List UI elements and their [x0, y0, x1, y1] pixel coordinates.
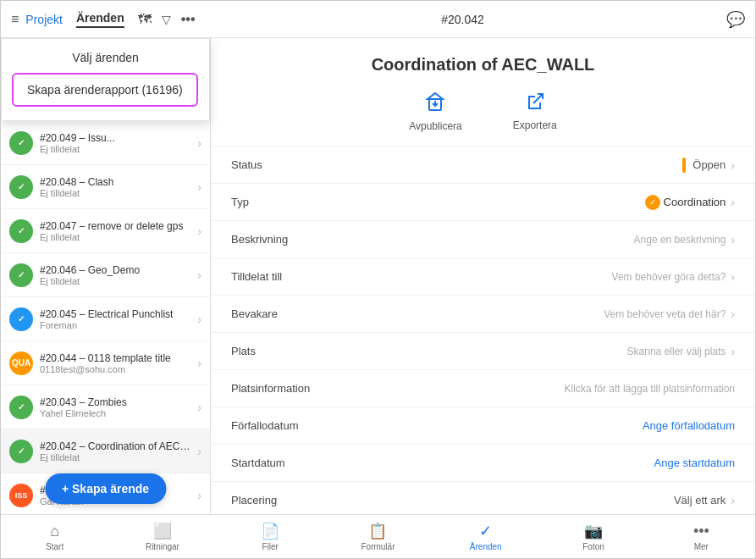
field-label: Placering — [231, 494, 350, 506]
chevron-right-icon: › — [731, 345, 735, 358]
issue-item[interactable]: ✓ #20.047 – remove or delete gps Ej till… — [1, 209, 210, 253]
issue-item[interactable]: ✓ #20.046 – Geo_Demo Ej tilldelat › — [1, 253, 210, 297]
nav-icon: ⬜ — [153, 522, 172, 540]
issue-item[interactable]: ✓ #20.042 – Coordination of AEC_W... Ej … — [1, 429, 210, 473]
export-action[interactable]: Exportera — [513, 91, 557, 132]
fields-container: Status Öppen › Typ ✓ Coordination › Besk… — [211, 147, 755, 514]
nav-item-n6[interactable]: 📷 Foton — [539, 518, 647, 555]
issue-info: #20.043 – Zombies Yahel Elimelech — [40, 396, 194, 418]
nav-label: Ritningar — [146, 542, 179, 551]
issue-title: #20.045 – Electrical Punchlist — [40, 308, 194, 320]
export-label: Exportera — [513, 119, 557, 131]
issue-number: #20.042 — [441, 13, 484, 26]
dropdown-menu: Välj ärenden Skapa ärenderapport (16196) — [1, 38, 210, 121]
issue-item[interactable]: QUA #20.044 – 0118 template title 0118te… — [1, 341, 210, 385]
field-value-container: Ange förfallodatum — [350, 419, 735, 432]
issues-tab[interactable]: Ärenden — [76, 11, 124, 28]
issue-sub: Ej tilldelat — [40, 232, 194, 242]
create-report-button[interactable]: Skapa ärenderapport (16196) — [12, 73, 198, 107]
nav-item-n3[interactable]: 📄 Filer — [217, 518, 324, 555]
field-row-f4[interactable]: Tilldelat till Vem behöver göra detta? › — [211, 258, 755, 296]
field-row-f8[interactable]: Förfallodatum Ange förfallodatum — [211, 407, 755, 445]
more-icon[interactable]: ••• — [181, 12, 196, 27]
chevron-right-icon: › — [197, 224, 201, 238]
nav-item-n2[interactable]: ⬜ Ritningar — [108, 518, 216, 555]
issue-sub: 0118test@sohu.com — [40, 364, 194, 374]
issue-title: #20.046 – Geo_Demo — [40, 264, 194, 276]
issue-sub: Ej tilldelat — [40, 276, 194, 286]
field-row-f9[interactable]: Startdatum Ange startdatum — [211, 445, 755, 482]
issue-list: ✓ #20.049 – Issu... Ej tilldelat › ✓ #20… — [1, 118, 210, 514]
type-check-icon: ✓ — [645, 195, 660, 210]
issue-title: #20.044 – 0118 template title — [40, 352, 194, 364]
field-row-f5[interactable]: Bevakare Vem behöver veta det här? › — [211, 296, 755, 333]
field-label: Startdatum — [231, 457, 350, 469]
field-value-container: Klicka för att lägga till platsinformati… — [350, 383, 735, 395]
right-header: Coordination of AEC_WALL — [211, 38, 755, 85]
chat-icon[interactable]: 💬 — [726, 10, 745, 29]
create-issue-fab[interactable]: + Skapa ärende — [45, 473, 166, 504]
nav-icon: 📋 — [368, 522, 387, 540]
chevron-right-icon: › — [731, 494, 735, 507]
map-icon[interactable]: 🗺 — [138, 12, 152, 27]
field-label: Platsinformation — [231, 382, 350, 395]
field-value: Ange förfallodatum — [643, 419, 735, 432]
field-label: Typ — [231, 196, 350, 208]
field-placeholder: Vem behöver veta det här? — [604, 308, 726, 320]
issue-title: #20.043 – Zombies — [40, 396, 194, 408]
field-label: Tilldelat till — [231, 270, 350, 283]
issue-badge: ✓ — [9, 396, 33, 419]
field-row-f6[interactable]: Plats Skanna eller välj plats › — [211, 333, 755, 370]
chevron-right-icon: › — [731, 307, 735, 321]
field-value-container: Välj ett ark › — [350, 494, 735, 507]
issue-title: #20.048 – Clash — [40, 176, 194, 188]
chevron-right-icon: › — [731, 196, 735, 209]
issue-sub: Ej tilldelat — [40, 452, 194, 462]
issue-item[interactable]: ✓ #20.048 – Clash Ej tilldelat › — [1, 165, 210, 209]
nav-label: Ärenden — [470, 542, 502, 551]
nav-item-n5[interactable]: ✓ Ärenden — [432, 518, 539, 555]
field-value-container: Vem behöver göra detta? › — [350, 270, 735, 284]
chevron-right-icon: › — [197, 313, 201, 326]
field-row-f10[interactable]: Placering Välj ett ark › — [211, 482, 755, 514]
nav-item-n1[interactable]: ⌂ Start — [1, 519, 108, 555]
filter-icon[interactable]: ▽ — [162, 13, 171, 26]
nav-label: Formulär — [361, 542, 395, 551]
field-value-container: Ange en beskrivning › — [350, 233, 735, 246]
issue-info: #20.042 – Coordination of AEC_W... Ej ti… — [40, 440, 194, 462]
field-placeholder: Vem behöver göra detta? — [612, 271, 726, 283]
action-bar: Avpublicera Exportera — [211, 85, 755, 147]
issue-item[interactable]: ✓ #20.049 – Issu... Ej tilldelat › — [1, 121, 210, 165]
field-value-container: Öppen › — [350, 158, 735, 173]
field-row-f7[interactable]: Platsinformation Klicka för att lägga ti… — [211, 370, 755, 407]
main-content: Välj ärenden Skapa ärenderapport (16196)… — [1, 38, 755, 514]
hamburger-icon[interactable]: ≡ — [11, 12, 19, 27]
field-label: Beskrivning — [231, 233, 350, 246]
issue-item[interactable]: ✓ #20.045 – Electrical Punchlist Foreman… — [1, 297, 210, 341]
chevron-right-icon: › — [731, 233, 735, 246]
top-bar-center: #20.042 — [214, 13, 711, 26]
field-value: Välj ett ark — [674, 494, 726, 506]
nav-icon: ••• — [693, 523, 709, 540]
field-label: Bevakare — [231, 307, 350, 320]
unpublish-action[interactable]: Avpublicera — [409, 91, 461, 132]
field-placeholder: Ange en beskrivning — [634, 234, 726, 246]
app-container: ≡ Projekt Ärenden 🗺 ▽ ••• #20.042 💬 Välj… — [0, 0, 756, 559]
project-label[interactable]: Projekt — [25, 13, 63, 26]
nav-item-n4[interactable]: 📋 Formulär — [324, 518, 432, 555]
chevron-right-icon: › — [197, 445, 201, 458]
issue-item[interactable]: ✓ #20.043 – Zombies Yahel Elimelech › — [1, 385, 210, 429]
field-row-f2[interactable]: Typ ✓ Coordination › — [211, 184, 755, 221]
issue-sub: Ej tilldelat — [40, 188, 194, 198]
field-label: Förfallodatum — [231, 419, 350, 432]
top-bar-right: 💬 — [711, 10, 745, 29]
field-value: Ange startdatum — [654, 457, 735, 469]
chevron-right-icon: › — [197, 268, 201, 282]
issue-badge: QUA — [9, 351, 33, 375]
field-row-f1[interactable]: Status Öppen › — [211, 147, 755, 184]
nav-item-n7[interactable]: ••• Mer — [648, 519, 755, 555]
issue-badge: ✓ — [9, 263, 33, 287]
chevron-right-icon: › — [731, 158, 735, 172]
issue-badge: ✓ — [9, 131, 33, 155]
field-row-f3[interactable]: Beskrivning Ange en beskrivning › — [211, 221, 755, 258]
